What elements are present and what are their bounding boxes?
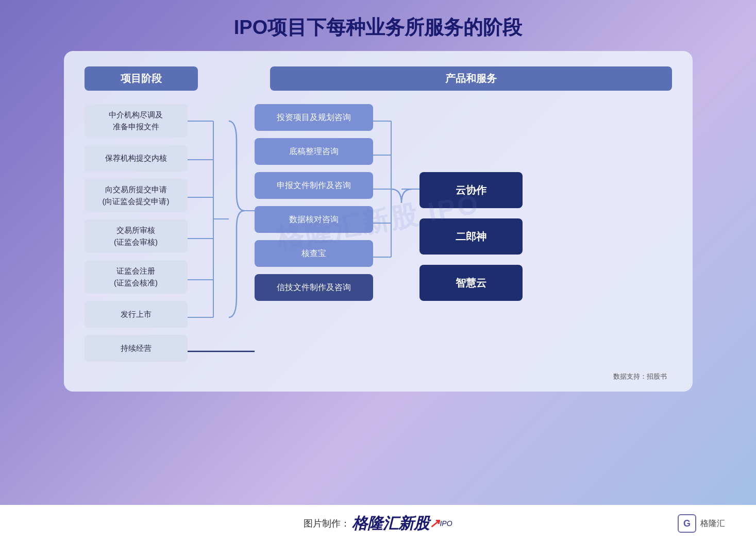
service-3: 申报文件制作及咨询 (255, 172, 373, 199)
stages-column: 中介机构尽调及准备申报文件 保荐机构提交内核 向交易所提交申请(向证监会提交申请… (85, 100, 188, 368)
stage-7: 持续经营 (85, 335, 188, 362)
footer-prefix: 图片制作： (304, 517, 350, 530)
product-3: 智慧云 (419, 265, 523, 301)
service-4: 数据核对咨询 (255, 206, 373, 233)
products-column: 云协作 二郎神 智慧云 (419, 105, 523, 368)
service-6: 信技文件制作及咨询 (255, 274, 373, 301)
product-2: 二郎神 (419, 218, 523, 255)
service-2: 底稿整理咨询 (255, 138, 373, 165)
main-title: IPO项目下每种业务所服务的阶段 (234, 14, 522, 41)
diagram-wrapper: 项目阶段 产品和服务 中介机构尽调及准备申报文件 保荐机构提交内核 向交易所提交… (64, 51, 693, 392)
stage-6: 发行上市 (85, 301, 188, 328)
stage-5: 证监会注册(证监会核准) (85, 260, 188, 294)
left-connector-area (188, 100, 255, 368)
stage-4: 交易所审核(证监会审核) (85, 219, 188, 253)
services-column: 投资项目及规划咨询 底稿整理咨询 申报文件制作及咨询 数据核对咨询 核查宝 信技… (255, 100, 373, 368)
header-left: 项目阶段 (85, 66, 198, 91)
stage-1: 中介机构尽调及准备申报文件 (85, 104, 188, 138)
right-connector-svg (373, 100, 419, 327)
data-source: 数据支持：招股书 (85, 372, 672, 381)
footer-ipo-label: IPO (440, 519, 452, 528)
content-area: 中介机构尽调及准备申报文件 保荐机构提交内核 向交易所提交申请(向证监会提交申请… (85, 100, 672, 368)
footer-arrow-icon: ↗ (429, 516, 440, 531)
left-connector-svg (188, 100, 255, 368)
header-row: 项目阶段 产品和服务 (85, 66, 672, 91)
logo-g-icon: G (678, 514, 696, 533)
footer-logo-right: G 格隆汇 (678, 514, 725, 533)
service-1: 投资项目及规划咨询 (255, 104, 373, 131)
footer: 图片制作： 格隆汇新股 ↗ IPO G 格隆汇 (0, 505, 756, 542)
stage-2: 保荐机构提交内核 (85, 145, 188, 172)
header-right: 产品和服务 (270, 66, 672, 91)
service-5: 核查宝 (255, 240, 373, 267)
right-connector-area (373, 100, 419, 368)
footer-logo-label: 格隆汇 (700, 518, 725, 529)
diagram-container: 项目阶段 产品和服务 中介机构尽调及准备申报文件 保荐机构提交内核 向交易所提交… (64, 51, 693, 392)
footer-brand: 格隆汇新股 (352, 513, 429, 534)
product-1: 云协作 (419, 172, 523, 208)
stage-3: 向交易所提交申请(向证监会提交申请) (85, 179, 188, 212)
